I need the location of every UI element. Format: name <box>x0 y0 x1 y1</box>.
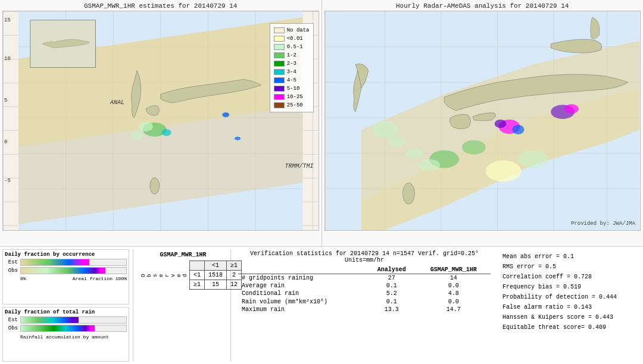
legend-label-12: 1-2 <box>287 51 296 59</box>
legend-color-nodata <box>274 27 285 33</box>
bottom-section: Daily fraction by occurrence Est Obs 0% … <box>0 247 643 364</box>
rainfall-label: Rainfall accumulation by amount <box>5 333 127 340</box>
obs-occurrence-bar <box>20 267 127 274</box>
right-map-bg: 45 40 35 30 25 20 20 125 130 135 140 145… <box>324 11 641 231</box>
stats-section: Mean abs error = 0.1 RMS error = 0.5 Cor… <box>498 249 641 362</box>
svg-point-43 <box>405 148 423 159</box>
obs-rain-label: Obs <box>5 325 18 331</box>
legend: No data <0.01 0.5-1 1-2 <box>270 23 314 112</box>
cell-ge1-lt1: 15 <box>205 280 227 290</box>
verif-gsmap-header: GSMAP_MWR_1HR <box>416 266 491 274</box>
svg-point-48 <box>518 150 548 168</box>
svg-point-16 <box>131 131 143 140</box>
est-rain-label: Est <box>5 317 18 323</box>
verif-gridpoints-row: # gridpoints raining 27 14 <box>238 274 491 283</box>
verif-avgrain-metric: Average rain <box>238 282 367 290</box>
bottom-left-charts: Daily fraction by occurrence Est Obs 0% … <box>2 249 133 362</box>
legend-item-2550: 25-50 <box>274 101 310 109</box>
est-rain-fill <box>21 317 79 323</box>
svg-point-15 <box>162 129 171 136</box>
left-map-bg: 15 10 5 0 -5 <box>2 11 319 231</box>
legend-item-12: 1-2 <box>274 51 310 59</box>
svg-point-17 <box>222 112 229 117</box>
left-map-panel: GSMAP_MWR_1HR estimates for 20140729 14 … <box>0 0 322 246</box>
legend-color-05 <box>274 44 285 50</box>
contingency-row-ge1-label: ≥1 <box>190 280 205 290</box>
legend-item-05: 0.5-1 <box>274 43 310 51</box>
verif-maxrain-analysed: 13.3 <box>367 306 416 313</box>
svg-point-40 <box>564 104 579 114</box>
contingency-title: GSMAP_MWR_1HR <box>141 252 226 258</box>
correlation-coeff: Correlation coeff = 0.728 <box>502 272 636 282</box>
verif-rainvol-analysed: 0.1 <box>367 297 416 306</box>
legend-item-001: <0.01 <box>274 34 310 43</box>
verif-gridpoints-gsmap: 14 <box>416 274 491 283</box>
verif-avgrain-gsmap: 0.0 <box>416 282 491 290</box>
est-occurrence-label: Est <box>5 259 18 265</box>
prob-detection: Probability of detection = 0.444 <box>502 292 636 302</box>
obs-occurrence-label: Obs <box>5 268 18 274</box>
contingency-row-lt1-label: <1 <box>190 271 205 280</box>
verif-gridpoints-analysed: 27 <box>367 274 416 283</box>
legend-color-12 <box>274 52 285 58</box>
verification-title: Verification statistics for 20140729 14 … <box>238 250 491 263</box>
legend-item-34: 3-4 <box>274 68 310 76</box>
legend-item-1025: 10-25 <box>274 93 310 101</box>
occurrence-axis: 0% Areal fraction 100% <box>5 275 127 281</box>
verif-metric-header <box>238 266 367 274</box>
legend-label-1025: 10-25 <box>287 93 303 101</box>
verif-condrain-analysed: 5.2 <box>367 290 416 297</box>
svg-point-37 <box>494 120 506 128</box>
verif-condrain-row: Conditional rain 5.2 4.8 <box>238 290 491 297</box>
left-map-area: 15 10 5 0 -5 <box>2 11 319 231</box>
right-map-panel: Hourly Radar-AMeDAS analysis for 2014072… <box>322 0 644 246</box>
svg-point-18 <box>150 177 160 194</box>
verif-avgrain-row: Average rain 0.1 0.0 <box>238 282 491 290</box>
legend-item-510: 5-10 <box>274 84 310 93</box>
est-occurrence-fill <box>21 259 89 265</box>
false-alarm-ratio: False alarm ratio = 0.143 <box>502 302 636 312</box>
anal-label: ANAL <box>110 99 124 106</box>
freq-bias: Frequency bias = 0.519 <box>502 282 636 292</box>
svg-point-42 <box>419 159 440 171</box>
verif-rainvol-row: Rain volume (mm*km²x10⁶) 0.1 0.0 <box>238 297 491 306</box>
verification-table: Analysed GSMAP_MWR_1HR # gridpoints rain… <box>238 266 491 313</box>
verif-rainvol-gsmap: 0.0 <box>416 297 491 306</box>
legend-color-510 <box>274 86 285 92</box>
verif-condrain-gsmap: 4.8 <box>416 290 491 297</box>
legend-label-001: <0.01 <box>287 34 303 43</box>
obs-occurrence-row: Obs <box>5 267 127 274</box>
observed-label: Observed <box>141 261 188 290</box>
cell-lt1-lt1: 1518 <box>205 271 227 280</box>
verif-condrain-metric: Conditional rain <box>238 290 367 297</box>
obs-occurrence-fill <box>21 268 105 274</box>
legend-label-510: 5-10 <box>287 84 300 93</box>
rain-title: Daily fraction of total rain <box>5 309 127 315</box>
legend-label-45: 4-5 <box>287 76 296 84</box>
svg-point-14 <box>139 122 153 131</box>
rms-error: RMS error = 0.5 <box>502 262 636 272</box>
contingency-wrapper: Observed <1 ≥1 <1 1518 2 ≥1 15 <box>141 261 226 290</box>
est-rain-row: Est <box>5 316 127 324</box>
contingency-empty-header <box>190 261 205 271</box>
legend-label-2550: 25-50 <box>287 101 303 109</box>
verif-rainvol-metric: Rain volume (mm*km²x10⁶) <box>238 297 367 306</box>
verif-avgrain-analysed: 0.1 <box>367 282 416 290</box>
verification-section: Verification statistics for 20140729 14 … <box>233 249 495 362</box>
left-map-title: GSMAP_MWR_1HR estimates for 20140729 14 <box>2 2 319 10</box>
legend-label-05: 0.5-1 <box>287 43 303 51</box>
verif-maxrain-row: Maximum rain 13.3 14.7 <box>238 306 491 313</box>
est-occurrence-bar <box>20 259 127 266</box>
right-map-title: Hourly Radar-AMeDAS analysis for 2014072… <box>324 2 641 10</box>
legend-color-23 <box>274 61 285 67</box>
legend-color-34 <box>274 69 285 75</box>
trmm-label: TRMM/TMI <box>285 163 313 170</box>
legend-item-45: 4-5 <box>274 76 310 84</box>
rain-chart: Daily fraction of total rain Est Obs Rai… <box>2 307 129 362</box>
hanssen-kuipers: Hanssen & Kuipers score = 0.443 <box>502 312 636 322</box>
verif-maxrain-gsmap: 14.7 <box>416 306 491 313</box>
mean-abs-error: Mean abs error = 0.1 <box>502 252 636 262</box>
svg-point-45 <box>372 121 398 138</box>
svg-point-19 <box>235 137 241 140</box>
obs-rain-row: Obs <box>5 325 127 332</box>
